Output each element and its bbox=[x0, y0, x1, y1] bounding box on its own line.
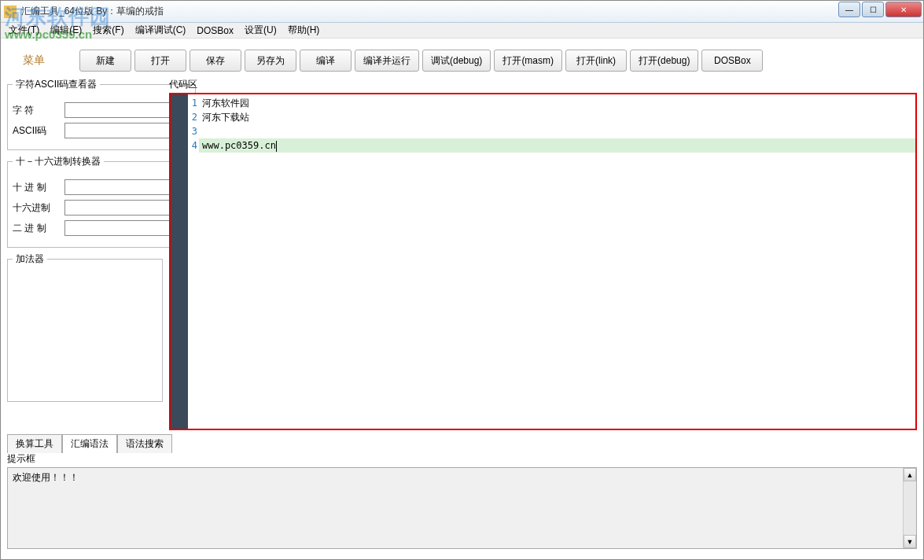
tab-syntax-search[interactable]: 语法搜索 bbox=[117, 434, 172, 453]
char-label: 字 符 bbox=[13, 104, 64, 117]
open-masm-button[interactable]: 打开(masm) bbox=[494, 50, 562, 72]
scroll-down-icon[interactable]: ▼ bbox=[904, 535, 916, 548]
gutter-margin bbox=[171, 94, 188, 429]
code-area-label: 代码区 bbox=[169, 78, 917, 91]
code-line[interactable]: 河东软件园 bbox=[199, 96, 915, 110]
open-button[interactable]: 打开 bbox=[134, 50, 186, 72]
menubar: 文件(T) 编辑(E) 搜索(F) 编译调试(C) DOSBox 设置(U) 帮… bbox=[1, 23, 923, 39]
menu-edit[interactable]: 编辑(E) bbox=[46, 22, 87, 39]
menu-file[interactable]: 文件(T) bbox=[4, 22, 44, 39]
hex-label: 十六进制 bbox=[13, 201, 64, 215]
debug-button[interactable]: 调试(debug) bbox=[422, 50, 491, 72]
radix-title: 十－十六进制转换器 bbox=[13, 155, 104, 168]
radix-converter: 十－十六进制转换器 十 进 制 十六进制 二 进 制 bbox=[7, 155, 196, 248]
ascii-label: ASCII码 bbox=[13, 124, 64, 138]
open-link-button[interactable]: 打开(link) bbox=[565, 50, 627, 72]
code-text: www.pc0359.cn bbox=[202, 140, 276, 151]
dec-label: 十 进 制 bbox=[13, 181, 64, 194]
line-numbers: 1 2 3 4 bbox=[188, 94, 199, 429]
hint-section: 提示框 欢迎使用！！！ ▲ ▼ bbox=[7, 452, 917, 549]
toolbar: 菜单 新建 打开 保存 另存为 编译 编译并运行 调试(debug) 打开(ma… bbox=[1, 39, 923, 78]
ascii-viewer-title: 字符ASCII码查看器 bbox=[13, 78, 100, 91]
save-button[interactable]: 保存 bbox=[190, 50, 241, 72]
menu-search[interactable]: 搜索(F) bbox=[88, 22, 128, 39]
app-icon bbox=[4, 6, 17, 18]
titlebar: 汇编工具_64位版 By：草编的戒指 — ☐ ✕ bbox=[1, 1, 923, 23]
code-lines[interactable]: 河东软件园 河东下载站 www.pc0359.cn bbox=[199, 94, 915, 429]
bottom-tabs: 换算工具 汇编语法 语法搜索 bbox=[1, 430, 923, 452]
code-editor[interactable]: 1 2 3 4 河东软件园 河东下载站 www.pc0359.cn bbox=[169, 93, 917, 430]
maximize-button[interactable]: ☐ bbox=[862, 2, 884, 17]
menu-compile[interactable]: 编译调试(C) bbox=[131, 22, 191, 39]
tab-convert-tools[interactable]: 换算工具 bbox=[7, 434, 62, 453]
menu-help[interactable]: 帮助(H) bbox=[283, 22, 325, 39]
line-num: 3 bbox=[188, 124, 199, 138]
sidebar: 字符ASCII码查看器 字 符 ASCII码 十－十六进制转换器 十 进 制 十… bbox=[7, 78, 163, 430]
main-area: 字符ASCII码查看器 字 符 ASCII码 十－十六进制转换器 十 进 制 十… bbox=[1, 78, 923, 430]
new-button[interactable]: 新建 bbox=[79, 50, 131, 72]
hint-box: 欢迎使用！！！ ▲ ▼ bbox=[7, 467, 917, 549]
scroll-up-icon[interactable]: ▲ bbox=[904, 468, 916, 481]
text-cursor bbox=[276, 141, 277, 152]
hint-label: 提示框 bbox=[7, 452, 917, 466]
bin-label: 二 进 制 bbox=[13, 222, 64, 235]
adder-panel: 加法器 bbox=[7, 252, 163, 402]
line-num: 4 bbox=[188, 138, 199, 153]
compile-run-button[interactable]: 编译并运行 bbox=[355, 50, 419, 72]
minimize-button[interactable]: — bbox=[838, 2, 860, 17]
close-button[interactable]: ✕ bbox=[885, 2, 922, 17]
ascii-viewer: 字符ASCII码查看器 字 符 ASCII码 bbox=[7, 78, 196, 150]
code-line[interactable]: 河东下载站 bbox=[199, 110, 915, 124]
hint-scrollbar[interactable]: ▲ ▼ bbox=[903, 468, 916, 548]
saveas-button[interactable]: 另存为 bbox=[245, 50, 296, 72]
compile-button[interactable]: 编译 bbox=[300, 50, 352, 72]
hint-text: 欢迎使用！！！ bbox=[13, 472, 79, 483]
line-num: 1 bbox=[188, 96, 199, 110]
menu-settings[interactable]: 设置(U) bbox=[240, 22, 282, 39]
tab-asm-syntax[interactable]: 汇编语法 bbox=[62, 434, 117, 453]
code-line[interactable] bbox=[199, 124, 915, 138]
open-debug-button[interactable]: 打开(debug) bbox=[630, 50, 698, 72]
adder-title: 加法器 bbox=[13, 252, 47, 266]
line-num: 2 bbox=[188, 110, 199, 124]
dosbox-button[interactable]: DOSBox bbox=[701, 50, 763, 72]
menu-dosbox[interactable]: DOSBox bbox=[192, 24, 238, 38]
code-section: 代码区 1 2 3 4 河东软件园 河东下载站 www.pc0359.cn bbox=[169, 78, 917, 430]
window-title: 汇编工具_64位版 By：草编的戒指 bbox=[21, 5, 164, 18]
code-line-current[interactable]: www.pc0359.cn bbox=[199, 138, 915, 153]
menu-section-label: 菜单 bbox=[23, 53, 45, 68]
window-controls: — ☐ ✕ bbox=[838, 2, 922, 17]
